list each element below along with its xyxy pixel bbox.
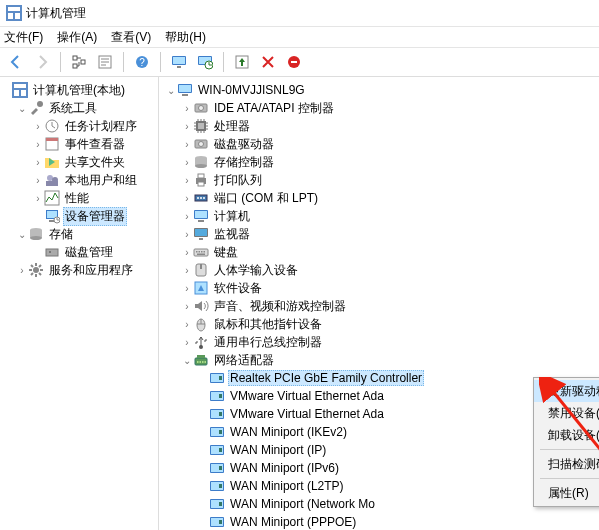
main-split: 计算机管理(本地) ⌄系统工具 ›任务计划程序 ›事件查看器 ›共享文件夹 ›本…	[0, 77, 599, 530]
left-services[interactable]: ›服务和应用程序	[16, 261, 158, 279]
cat-keyboard[interactable]: ›键盘	[181, 243, 599, 261]
left-diskmgr[interactable]: 磁盘管理	[32, 243, 158, 261]
context-menu: 更新驱动程序(P) 禁用设备(D) 卸载设备(U) 扫描检测硬件改动(A) 属性…	[533, 377, 599, 507]
cat-sound[interactable]: ›声音、视频和游戏控制器	[181, 297, 599, 315]
cat-monitor[interactable]: ›监视器	[181, 225, 599, 243]
nic-label: WAN Miniport (IKEv2)	[228, 425, 349, 439]
properties-button[interactable]	[93, 50, 117, 74]
menu-action[interactable]: 操作(A)	[57, 29, 97, 46]
cat-computer[interactable]: ›计算机	[181, 207, 599, 225]
ctx-sep2	[540, 478, 599, 479]
disable-button[interactable]	[282, 50, 306, 74]
left-systools[interactable]: ⌄系统工具	[16, 99, 158, 117]
left-pane: 计算机管理(本地) ⌄系统工具 ›任务计划程序 ›事件查看器 ›共享文件夹 ›本…	[0, 77, 159, 530]
cat-disk[interactable]: ›磁盘驱动器	[181, 135, 599, 153]
left-eventviewer[interactable]: ›事件查看器	[32, 135, 158, 153]
window-title: 计算机管理	[26, 5, 86, 22]
device-root[interactable]: ⌄WIN-0MVJJISNL9G	[165, 81, 599, 99]
left-perf[interactable]: ›性能	[32, 189, 158, 207]
app-icon	[6, 5, 22, 21]
cat-usb[interactable]: ›通用串行总线控制器	[181, 333, 599, 351]
help-button[interactable]	[130, 50, 154, 74]
nic-label: WAN Miniport (Network Mo	[228, 497, 377, 511]
device-view-button[interactable]	[167, 50, 191, 74]
menu-help[interactable]: 帮助(H)	[165, 29, 206, 46]
update-driver-button[interactable]	[230, 50, 254, 74]
right-pane: ⌄WIN-0MVJJISNL9G ›IDE ATA/ATAPI 控制器 ›处理器…	[159, 77, 599, 530]
left-root[interactable]: 计算机管理(本地)	[0, 81, 158, 99]
scan-button[interactable]	[193, 50, 217, 74]
title-bar: 计算机管理	[0, 0, 599, 27]
nav-forward-button[interactable]	[30, 50, 54, 74]
menu-view[interactable]: 查看(V)	[111, 29, 151, 46]
ctx-props[interactable]: 属性(R)	[534, 482, 599, 504]
menu-bar: 文件(F) 操作(A) 查看(V) 帮助(H)	[0, 27, 599, 48]
left-storage[interactable]: ⌄存储	[16, 225, 158, 243]
cat-printq[interactable]: ›打印队列	[181, 171, 599, 189]
nic-label: WAN Miniport (L2TP)	[228, 479, 346, 493]
left-shared[interactable]: ›共享文件夹	[32, 153, 158, 171]
ctx-update-driver[interactable]: 更新驱动程序(P)	[534, 380, 599, 402]
nic-label: VMware Virtual Ethernet Ada	[228, 407, 386, 421]
uninstall-button[interactable]	[256, 50, 280, 74]
cat-hid[interactable]: ›人体学输入设备	[181, 261, 599, 279]
ctx-uninstall[interactable]: 卸载设备(U)	[534, 424, 599, 446]
cat-software[interactable]: ›软件设备	[181, 279, 599, 297]
ctx-scan[interactable]: 扫描检测硬件改动(A)	[534, 453, 599, 475]
menu-file[interactable]: 文件(F)	[4, 29, 43, 46]
left-devmgr[interactable]: 设备管理器	[32, 207, 158, 225]
left-users[interactable]: ›本地用户和组	[32, 171, 158, 189]
cat-mouse[interactable]: ›鼠标和其他指针设备	[181, 315, 599, 333]
left-tasksched[interactable]: ›任务计划程序	[32, 117, 158, 135]
ctx-disable[interactable]: 禁用设备(D)	[534, 402, 599, 424]
cat-storctrl[interactable]: ›存储控制器	[181, 153, 599, 171]
cat-cpu[interactable]: ›处理器	[181, 117, 599, 135]
nic-label: WAN Miniport (IP)	[228, 443, 328, 457]
ctx-sep1	[540, 449, 599, 450]
nic-item[interactable]: WAN Miniport (PPPOE)	[197, 513, 599, 530]
cat-ports[interactable]: ›端口 (COM 和 LPT)	[181, 189, 599, 207]
cat-net[interactable]: ⌄网络适配器	[181, 351, 599, 369]
nic-label: VMware Virtual Ethernet Ada	[228, 389, 386, 403]
nav-back-button[interactable]	[4, 50, 28, 74]
cat-ide[interactable]: ›IDE ATA/ATAPI 控制器	[181, 99, 599, 117]
nic-label: Realtek PCIe GbE Family Controller	[228, 370, 424, 386]
show-tree-button[interactable]	[67, 50, 91, 74]
tool-bar	[0, 48, 599, 77]
nic-label: WAN Miniport (IPv6)	[228, 461, 341, 475]
nic-label: WAN Miniport (PPPOE)	[228, 515, 358, 529]
